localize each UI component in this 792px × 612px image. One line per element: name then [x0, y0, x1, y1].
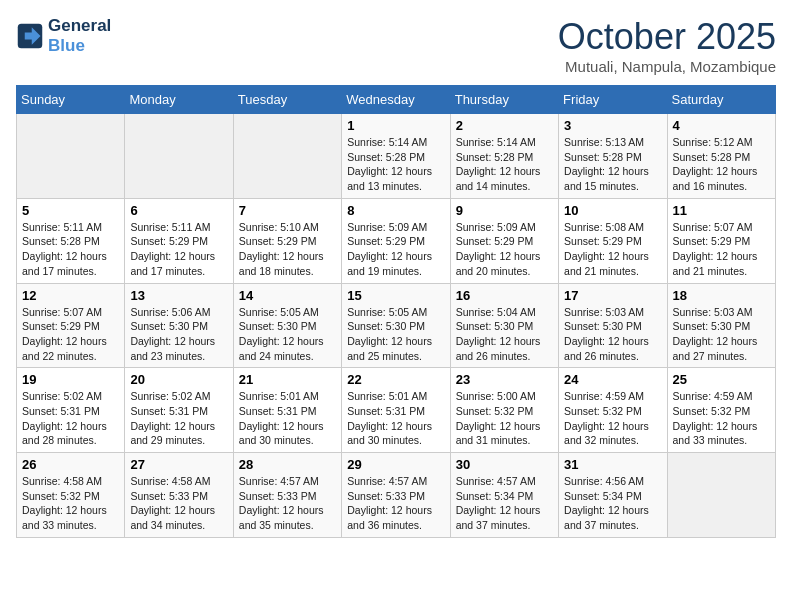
day-cell: 23Sunrise: 5:00 AM Sunset: 5:32 PM Dayli…: [450, 368, 558, 453]
day-cell: 25Sunrise: 4:59 AM Sunset: 5:32 PM Dayli…: [667, 368, 775, 453]
day-number: 15: [347, 288, 444, 303]
day-cell: 13Sunrise: 5:06 AM Sunset: 5:30 PM Dayli…: [125, 283, 233, 368]
day-cell: 6Sunrise: 5:11 AM Sunset: 5:29 PM Daylig…: [125, 198, 233, 283]
day-info: Sunrise: 5:09 AM Sunset: 5:29 PM Dayligh…: [347, 220, 444, 279]
day-info: Sunrise: 5:05 AM Sunset: 5:30 PM Dayligh…: [347, 305, 444, 364]
day-number: 28: [239, 457, 336, 472]
day-info: Sunrise: 5:10 AM Sunset: 5:29 PM Dayligh…: [239, 220, 336, 279]
week-row-5: 26Sunrise: 4:58 AM Sunset: 5:32 PM Dayli…: [17, 453, 776, 538]
day-number: 21: [239, 372, 336, 387]
day-cell: 4Sunrise: 5:12 AM Sunset: 5:28 PM Daylig…: [667, 114, 775, 199]
day-info: Sunrise: 5:02 AM Sunset: 5:31 PM Dayligh…: [22, 389, 119, 448]
day-info: Sunrise: 5:01 AM Sunset: 5:31 PM Dayligh…: [347, 389, 444, 448]
header-wednesday: Wednesday: [342, 86, 450, 114]
day-cell: [17, 114, 125, 199]
day-cell: 10Sunrise: 5:08 AM Sunset: 5:29 PM Dayli…: [559, 198, 667, 283]
day-info: Sunrise: 5:03 AM Sunset: 5:30 PM Dayligh…: [673, 305, 770, 364]
day-number: 22: [347, 372, 444, 387]
day-number: 27: [130, 457, 227, 472]
day-info: Sunrise: 5:07 AM Sunset: 5:29 PM Dayligh…: [22, 305, 119, 364]
day-cell: 15Sunrise: 5:05 AM Sunset: 5:30 PM Dayli…: [342, 283, 450, 368]
header-tuesday: Tuesday: [233, 86, 341, 114]
day-info: Sunrise: 5:07 AM Sunset: 5:29 PM Dayligh…: [673, 220, 770, 279]
day-number: 19: [22, 372, 119, 387]
day-number: 14: [239, 288, 336, 303]
day-info: Sunrise: 5:03 AM Sunset: 5:30 PM Dayligh…: [564, 305, 661, 364]
day-info: Sunrise: 5:14 AM Sunset: 5:28 PM Dayligh…: [456, 135, 553, 194]
month-title: October 2025: [558, 16, 776, 58]
day-info: Sunrise: 5:12 AM Sunset: 5:28 PM Dayligh…: [673, 135, 770, 194]
day-info: Sunrise: 4:57 AM Sunset: 5:34 PM Dayligh…: [456, 474, 553, 533]
logo-text-line1: General: [48, 16, 111, 36]
day-number: 16: [456, 288, 553, 303]
day-info: Sunrise: 5:13 AM Sunset: 5:28 PM Dayligh…: [564, 135, 661, 194]
location-subtitle: Mutuali, Nampula, Mozambique: [558, 58, 776, 75]
day-number: 30: [456, 457, 553, 472]
day-cell: 17Sunrise: 5:03 AM Sunset: 5:30 PM Dayli…: [559, 283, 667, 368]
page-header: General Blue October 2025 Mutuali, Nampu…: [16, 16, 776, 75]
day-number: 7: [239, 203, 336, 218]
day-cell: [233, 114, 341, 199]
day-cell: 29Sunrise: 4:57 AM Sunset: 5:33 PM Dayli…: [342, 453, 450, 538]
header-monday: Monday: [125, 86, 233, 114]
day-cell: [667, 453, 775, 538]
day-info: Sunrise: 5:01 AM Sunset: 5:31 PM Dayligh…: [239, 389, 336, 448]
day-info: Sunrise: 5:06 AM Sunset: 5:30 PM Dayligh…: [130, 305, 227, 364]
header-sunday: Sunday: [17, 86, 125, 114]
week-row-1: 1Sunrise: 5:14 AM Sunset: 5:28 PM Daylig…: [17, 114, 776, 199]
day-cell: 16Sunrise: 5:04 AM Sunset: 5:30 PM Dayli…: [450, 283, 558, 368]
week-row-4: 19Sunrise: 5:02 AM Sunset: 5:31 PM Dayli…: [17, 368, 776, 453]
day-cell: 27Sunrise: 4:58 AM Sunset: 5:33 PM Dayli…: [125, 453, 233, 538]
day-info: Sunrise: 5:05 AM Sunset: 5:30 PM Dayligh…: [239, 305, 336, 364]
day-cell: 20Sunrise: 5:02 AM Sunset: 5:31 PM Dayli…: [125, 368, 233, 453]
day-number: 23: [456, 372, 553, 387]
day-cell: 30Sunrise: 4:57 AM Sunset: 5:34 PM Dayli…: [450, 453, 558, 538]
calendar-table: Sunday Monday Tuesday Wednesday Thursday…: [16, 85, 776, 538]
day-number: 2: [456, 118, 553, 133]
day-cell: 19Sunrise: 5:02 AM Sunset: 5:31 PM Dayli…: [17, 368, 125, 453]
day-cell: 9Sunrise: 5:09 AM Sunset: 5:29 PM Daylig…: [450, 198, 558, 283]
day-number: 8: [347, 203, 444, 218]
day-number: 18: [673, 288, 770, 303]
day-number: 4: [673, 118, 770, 133]
day-cell: 8Sunrise: 5:09 AM Sunset: 5:29 PM Daylig…: [342, 198, 450, 283]
day-cell: 26Sunrise: 4:58 AM Sunset: 5:32 PM Dayli…: [17, 453, 125, 538]
day-info: Sunrise: 5:11 AM Sunset: 5:28 PM Dayligh…: [22, 220, 119, 279]
logo: General Blue: [16, 16, 111, 56]
day-info: Sunrise: 5:09 AM Sunset: 5:29 PM Dayligh…: [456, 220, 553, 279]
header-thursday: Thursday: [450, 86, 558, 114]
day-info: Sunrise: 4:57 AM Sunset: 5:33 PM Dayligh…: [239, 474, 336, 533]
day-cell: 31Sunrise: 4:56 AM Sunset: 5:34 PM Dayli…: [559, 453, 667, 538]
day-number: 13: [130, 288, 227, 303]
day-number: 11: [673, 203, 770, 218]
day-number: 26: [22, 457, 119, 472]
day-number: 5: [22, 203, 119, 218]
day-number: 29: [347, 457, 444, 472]
header-row: Sunday Monday Tuesday Wednesday Thursday…: [17, 86, 776, 114]
day-cell: 12Sunrise: 5:07 AM Sunset: 5:29 PM Dayli…: [17, 283, 125, 368]
day-info: Sunrise: 5:04 AM Sunset: 5:30 PM Dayligh…: [456, 305, 553, 364]
day-number: 3: [564, 118, 661, 133]
day-info: Sunrise: 5:02 AM Sunset: 5:31 PM Dayligh…: [130, 389, 227, 448]
week-row-2: 5Sunrise: 5:11 AM Sunset: 5:28 PM Daylig…: [17, 198, 776, 283]
header-friday: Friday: [559, 86, 667, 114]
day-cell: 2Sunrise: 5:14 AM Sunset: 5:28 PM Daylig…: [450, 114, 558, 199]
day-info: Sunrise: 4:57 AM Sunset: 5:33 PM Dayligh…: [347, 474, 444, 533]
day-info: Sunrise: 4:59 AM Sunset: 5:32 PM Dayligh…: [673, 389, 770, 448]
day-number: 31: [564, 457, 661, 472]
header-saturday: Saturday: [667, 86, 775, 114]
day-cell: 22Sunrise: 5:01 AM Sunset: 5:31 PM Dayli…: [342, 368, 450, 453]
day-number: 6: [130, 203, 227, 218]
day-info: Sunrise: 4:58 AM Sunset: 5:32 PM Dayligh…: [22, 474, 119, 533]
day-number: 12: [22, 288, 119, 303]
title-section: October 2025 Mutuali, Nampula, Mozambiqu…: [558, 16, 776, 75]
day-cell: 5Sunrise: 5:11 AM Sunset: 5:28 PM Daylig…: [17, 198, 125, 283]
day-cell: 21Sunrise: 5:01 AM Sunset: 5:31 PM Dayli…: [233, 368, 341, 453]
day-info: Sunrise: 5:00 AM Sunset: 5:32 PM Dayligh…: [456, 389, 553, 448]
day-cell: 1Sunrise: 5:14 AM Sunset: 5:28 PM Daylig…: [342, 114, 450, 199]
day-cell: 28Sunrise: 4:57 AM Sunset: 5:33 PM Dayli…: [233, 453, 341, 538]
day-info: Sunrise: 5:11 AM Sunset: 5:29 PM Dayligh…: [130, 220, 227, 279]
logo-text-line2: Blue: [48, 36, 111, 56]
day-number: 1: [347, 118, 444, 133]
day-info: Sunrise: 5:14 AM Sunset: 5:28 PM Dayligh…: [347, 135, 444, 194]
